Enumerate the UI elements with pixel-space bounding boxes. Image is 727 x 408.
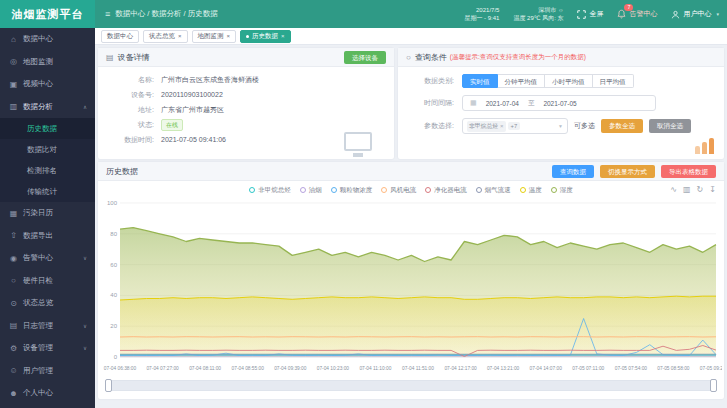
search-icon: ○ xyxy=(406,53,411,62)
legend-item[interactable]: 净化器电流 xyxy=(425,186,467,195)
sidebar-item-data-compare[interactable]: 数据比对 xyxy=(0,139,95,160)
legend-item[interactable]: 烟气流速 xyxy=(476,186,511,195)
sidebar-item-data-analysis[interactable]: ▥数据分析∧ xyxy=(0,96,95,119)
sidebar-item-pollution-calendar[interactable]: ▦污染日历 xyxy=(0,202,95,225)
close-icon[interactable]: × xyxy=(227,33,231,39)
device-panel-title: 设备详情 xyxy=(118,52,150,63)
map-pin-icon: ◎ xyxy=(8,57,19,66)
tab-map-monitor[interactable]: 地图监测× xyxy=(192,30,237,43)
user-icon: ☺ xyxy=(8,366,19,375)
category-button-实时值[interactable]: 实时值 xyxy=(462,74,498,88)
date-text: 2021/7/5 xyxy=(476,6,499,14)
sidebar-item-video-center[interactable]: ▣视频中心 xyxy=(0,73,95,96)
sidebar-item-data-center[interactable]: ⌂数据中心 xyxy=(0,28,95,51)
device-field-row: 数据时间:2021-07-05 09:41:06 xyxy=(108,132,384,147)
tab-history-data[interactable]: 历史数据× xyxy=(240,30,291,43)
legend-item[interactable]: 湿度 xyxy=(551,186,573,195)
svg-text:07-04 14:07:00: 07-04 14:07:00 xyxy=(530,366,563,371)
datazoom-slider[interactable] xyxy=(106,380,716,391)
legend-item[interactable]: 风机电流 xyxy=(381,186,416,195)
parameter-select[interactable]: 非甲烷总烃 × +7 ▼ xyxy=(462,118,568,134)
close-icon[interactable]: × xyxy=(281,33,285,39)
calendar-icon: ▦ xyxy=(470,99,477,107)
export-icon: ⇧ xyxy=(8,231,19,240)
route-tabs: 数据中心状态总览×地图监测×历史数据× xyxy=(95,28,727,45)
legend-marker xyxy=(381,187,387,193)
query-conditions-panel: ○ 查询条件 (温馨提示:查询仅支持查询长度为一个月的数据) 数据类别: 实时值… xyxy=(398,48,724,159)
svg-text:07-04 12:17:00: 07-04 12:17:00 xyxy=(444,366,477,371)
svg-text:07-04 08:55:00: 07-04 08:55:00 xyxy=(232,366,265,371)
bar-chart-icon[interactable]: ▥ xyxy=(683,183,691,197)
calendar-icon: ▦ xyxy=(8,209,19,218)
chevron-icon: ∨ xyxy=(83,255,87,261)
legend-item[interactable]: 颗粒物浓度 xyxy=(331,186,373,195)
param-label: 参数选择: xyxy=(408,121,454,131)
alarm-center-button[interactable]: 7 告警中心 xyxy=(617,9,657,19)
sidebar-item-data-screen[interactable]: ▭数据大屏 xyxy=(0,405,95,408)
restore-icon[interactable]: ↻ xyxy=(697,183,704,197)
cancel-all-params-button[interactable]: 取消全选 xyxy=(649,119,691,133)
sidebar-item-data-export[interactable]: ⇧数据导出 xyxy=(0,225,95,248)
save-image-icon[interactable]: ↧ xyxy=(709,183,716,197)
sidebar-item-detect-ranking[interactable]: 检测排名 xyxy=(0,160,95,181)
svg-text:60: 60 xyxy=(110,262,117,268)
history-chart: 02040608010007-04 06:38:0007-04 07:27:00… xyxy=(100,197,722,387)
sidebar-item-alarm-center[interactable]: ◉告警中心∨ xyxy=(0,247,95,270)
query-panel-title: 查询条件 xyxy=(415,52,447,63)
svg-text:07-04 11:10:00: 07-04 11:10:00 xyxy=(359,366,391,371)
select-device-button[interactable]: 选择设备 xyxy=(344,51,386,64)
chevron-icon: ∨ xyxy=(83,345,87,351)
svg-text:07-04 09:39:00: 07-04 09:39:00 xyxy=(274,366,307,371)
sidebar-item-device-management[interactable]: ⚙设备管理∨ xyxy=(0,337,95,360)
legend-item[interactable]: 温度 xyxy=(520,186,542,195)
category-button-分钟平均值[interactable]: 分钟平均值 xyxy=(498,74,546,88)
tag-close-icon[interactable]: × xyxy=(500,123,504,129)
date-separator: 至 xyxy=(528,99,535,108)
tab-data-center[interactable]: 数据中心 xyxy=(101,30,139,43)
app-root: 油烟监测平台 ≡ 数据中心 / 数据分析 / 历史数据 2021/7/5 星期一… xyxy=(0,0,727,408)
sidebar-item-history-data[interactable]: 历史数据 xyxy=(0,118,95,139)
select-all-params-button[interactable]: 参数全选 xyxy=(601,119,643,133)
sidebar-item-log-management[interactable]: ▤日志管理∨ xyxy=(0,315,95,338)
chevron-down-icon: ▾ xyxy=(716,11,719,17)
sidebar-item-hardware-daily-check[interactable]: ○硬件日检 xyxy=(0,270,95,293)
legend-item[interactable]: 油烟 xyxy=(300,186,322,195)
svg-text:0: 0 xyxy=(114,354,118,360)
sidebar-item-map-monitor[interactable]: ◎地图监测 xyxy=(0,51,95,74)
legend-marker xyxy=(249,187,255,193)
date-range-input[interactable]: ▦ 2021-07-04 至 2021-07-05 xyxy=(462,95,656,111)
weather-detail-text: 温度 29℃ 风向: 东 xyxy=(513,14,563,22)
weekday-time-text: 星期一 - 9:41 xyxy=(464,14,499,22)
city-text: 深圳市 xyxy=(538,7,556,13)
fullscreen-icon xyxy=(577,10,586,19)
legend-marker xyxy=(300,187,306,193)
line-chart-icon[interactable]: ∿ xyxy=(670,183,677,197)
query-data-button[interactable]: 查询数据 xyxy=(552,165,594,178)
tab-status-overview[interactable]: 状态总览× xyxy=(143,30,188,43)
fullscreen-button[interactable]: 全屏 xyxy=(577,9,603,19)
close-icon[interactable]: × xyxy=(178,33,182,39)
category-button-小时平均值[interactable]: 小时平均值 xyxy=(545,74,593,88)
breadcrumb: ≡ 数据中心 / 数据分析 / 历史数据 xyxy=(105,9,218,19)
svg-text:07-04 11:51:00: 07-04 11:51:00 xyxy=(402,366,434,371)
menu-collapse-icon[interactable]: ≡ xyxy=(105,9,110,19)
legend-marker xyxy=(425,187,431,193)
sidebar-item-status-overview[interactable]: ⊙状态总览 xyxy=(0,292,95,315)
bar-chart-decor-icon xyxy=(695,138,714,154)
toggle-display-button[interactable]: 切换显示方式 xyxy=(600,165,655,178)
device-details-panel: ▤ 设备详情 选择设备 名称:广州市白云区东成鱼香海鲜酒楼设备号:2020110… xyxy=(98,48,394,159)
legend-item[interactable]: 非甲烷总烃 xyxy=(249,186,291,195)
query-hint-text: (温馨提示:查询仅支持查询长度为一个月的数据) xyxy=(450,53,586,62)
category-button-日平均值[interactable]: 日平均值 xyxy=(593,74,634,88)
user-center-button[interactable]: 用户中心 ▾ xyxy=(671,9,719,19)
datazoom-right-handle[interactable] xyxy=(710,379,717,392)
target-icon: ⊙ xyxy=(8,299,19,308)
sidebar-item-transmission-stats[interactable]: 传输统计 xyxy=(0,181,95,202)
datazoom-left-handle[interactable] xyxy=(105,379,112,392)
sidebar: ⌂数据中心◎地图监测▣视频中心▥数据分析∧历史数据数据比对检测排名传输统计▦污染… xyxy=(0,28,95,408)
svg-text:07-05 08:58:00: 07-05 08:58:00 xyxy=(657,366,690,371)
sidebar-item-personal-center[interactable]: ☻个人中心 xyxy=(0,382,95,405)
export-table-button[interactable]: 导出表格数据 xyxy=(661,165,716,178)
weather-block: 深圳市 ☼ 温度 29℃ 风向: 东 xyxy=(513,6,563,22)
sidebar-item-user-management[interactable]: ☺用户管理 xyxy=(0,360,95,383)
